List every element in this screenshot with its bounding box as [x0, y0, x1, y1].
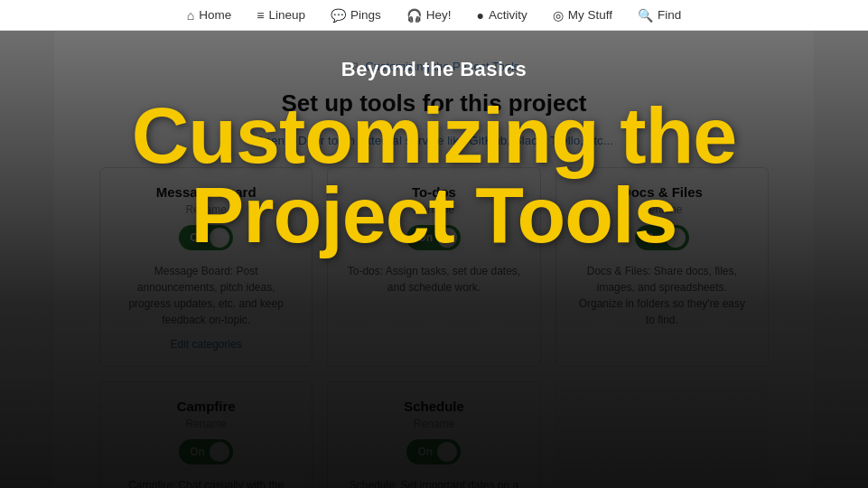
- overlay-title: Customizing the Project Tools: [132, 96, 736, 255]
- nav-lineup-label: Lineup: [268, 8, 305, 22]
- nav-home[interactable]: ⌂ Home: [187, 8, 231, 23]
- hey-icon: 🎧: [406, 8, 422, 23]
- overlay: Beyond the Basics Customizing the Projec…: [0, 31, 868, 488]
- nav-activity[interactable]: ● Activity: [476, 8, 527, 23]
- find-icon: 🔍: [638, 8, 653, 23]
- nav-mystuff[interactable]: ◎ My Stuff: [553, 8, 612, 23]
- overlay-title-line2: Project Tools: [191, 170, 677, 259]
- nav-pings-label: Pings: [350, 8, 381, 22]
- nav-hey-label: Hey!: [426, 8, 452, 22]
- nav-pings[interactable]: 💬 Pings: [331, 8, 381, 23]
- pings-icon: 💬: [331, 8, 346, 23]
- mystuff-icon: ◎: [553, 8, 564, 23]
- lineup-icon: ≡: [257, 8, 264, 23]
- nav-lineup[interactable]: ≡ Lineup: [257, 8, 305, 23]
- nav-mystuff-label: My Stuff: [568, 8, 612, 22]
- nav-find-label: Find: [658, 8, 681, 22]
- nav-home-label: Home: [199, 8, 231, 22]
- activity-icon: ●: [476, 8, 483, 23]
- overlay-subtitle: Beyond the Basics: [341, 58, 527, 81]
- home-icon: ⌂: [187, 8, 194, 23]
- navbar: ⌂ Home ≡ Lineup 💬 Pings 🎧 Hey! ● Activit…: [0, 0, 868, 31]
- nav-find[interactable]: 🔍 Find: [638, 8, 681, 23]
- nav-hey[interactable]: 🎧 Hey!: [406, 8, 452, 23]
- nav-activity-label: Activity: [489, 8, 527, 22]
- main-content: ⊞ Customizing the Project Tools Set up t…: [0, 31, 868, 488]
- overlay-title-line1: Customizing the: [132, 90, 736, 180]
